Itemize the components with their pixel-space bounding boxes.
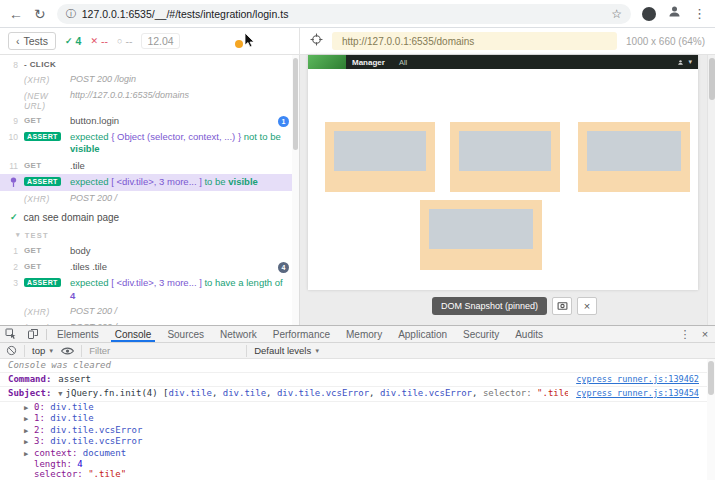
- console-filter-input[interactable]: [89, 345, 239, 356]
- app-header: Manager All ▾: [308, 55, 698, 69]
- tests-button[interactable]: ‹ Tests: [8, 32, 56, 50]
- address-bar[interactable]: ⓘ 127.0.0.1:6535/__/#/tests/integration/…: [57, 4, 631, 24]
- live-expression-eye-icon[interactable]: [61, 342, 74, 360]
- snapshot-close-button[interactable]: ×: [577, 297, 597, 315]
- tab-network[interactable]: Network: [212, 326, 265, 342]
- app-nav-tab[interactable]: All: [399, 58, 407, 67]
- tab-memory[interactable]: Memory: [338, 326, 390, 342]
- clear-console-icon[interactable]: [6, 342, 17, 360]
- aut-area: Manager All ▾ DOM Snapshot (pinned): [300, 55, 715, 325]
- command-row-get[interactable]: 2 GET .tiles .tile 4: [0, 259, 299, 275]
- event-label: (XHR): [24, 306, 70, 317]
- scrollbar-thumb[interactable]: [708, 361, 714, 395]
- object-property-row[interactable]: selector: ".tile": [0, 469, 715, 479]
- command-row-get[interactable]: 1 GET body: [0, 243, 299, 259]
- selector-playground-icon[interactable]: [310, 32, 323, 50]
- command-row-assert-pinned[interactable]: ASSERT expected [ <div.tile>, 3 more... …: [0, 174, 299, 191]
- command-number: [0, 306, 24, 307]
- devtools-close-icon[interactable]: ×: [695, 326, 715, 342]
- bookmark-star-icon[interactable]: ☆: [611, 7, 622, 21]
- source-link[interactable]: cypress_runner.js:139454: [568, 388, 699, 399]
- scrollbar-thumb[interactable]: [709, 58, 715, 100]
- tab-console[interactable]: Console: [107, 326, 160, 342]
- chevron-down-icon: ▼: [48, 348, 54, 354]
- tile[interactable]: [420, 200, 542, 270]
- extension-icon[interactable]: [642, 7, 656, 21]
- event-label: (XHR): [24, 74, 70, 85]
- browser-menu-icon[interactable]: ⋮: [693, 6, 706, 21]
- command-number: 1: [0, 245, 24, 256]
- expand-arrow-icon[interactable]: ▶: [24, 448, 34, 459]
- app-user-icon[interactable]: [677, 59, 684, 66]
- app-title: Manager: [352, 58, 385, 67]
- devtools-menu-icon[interactable]: ⋮: [675, 326, 695, 342]
- object-property-row[interactable]: ▶ 0: div.tile: [0, 402, 715, 413]
- app-caret-icon[interactable]: ▾: [688, 58, 692, 66]
- expand-arrow-icon[interactable]: ▶: [24, 413, 34, 424]
- tab-performance[interactable]: Performance: [265, 326, 338, 342]
- event-row-xhr[interactable]: (XHR) POST 200 /login: [0, 72, 299, 88]
- command-log-scrollbar[interactable]: [292, 55, 299, 325]
- command-row-assert[interactable]: 3 ASSERT expected [ <div.tile>, 3 more..…: [0, 275, 299, 304]
- event-text: POST 200 /: [70, 193, 289, 205]
- object-property-row[interactable]: length: 4: [0, 459, 715, 469]
- object-property-row[interactable]: ▶ context: document: [0, 448, 715, 459]
- command-subject: body: [70, 245, 289, 257]
- event-row-xhr[interactable]: (XHR) POST 200 /: [0, 191, 299, 207]
- source-link[interactable]: cypress_runner.js:139462: [568, 374, 699, 385]
- test-section-header[interactable]: ▾ TEST: [0, 227, 299, 243]
- page-info-icon[interactable]: ⓘ: [66, 7, 76, 21]
- command-method: - CLICK: [24, 59, 84, 69]
- frame-context-select[interactable]: top ▼: [32, 345, 54, 356]
- command-number: 2: [0, 261, 24, 272]
- event-row-new-url[interactable]: (NEW URL) http://127.0.0.1:6535/domains: [0, 88, 299, 113]
- devtools-tab-bar: Elements Console Sources Network Perform…: [0, 326, 715, 343]
- object-property-row[interactable]: ▶ 1: div.tile: [0, 413, 715, 424]
- aut-url-bar[interactable]: http://127.0.0.1:6535/domains: [332, 32, 617, 50]
- tab-security[interactable]: Security: [455, 326, 507, 342]
- log-levels-select[interactable]: Default levels ▼: [254, 345, 320, 356]
- command-subject: .tiles .tile: [70, 261, 278, 273]
- event-row-xhr[interactable]: (XHR) POST 200 /: [0, 304, 299, 320]
- collapse-arrow-icon[interactable]: ▼: [58, 388, 62, 400]
- tile-content: [334, 131, 426, 171]
- tab-audits[interactable]: Audits: [507, 326, 551, 342]
- expand-arrow-icon[interactable]: ▶: [24, 402, 34, 413]
- pending-count: ○ --: [117, 35, 132, 47]
- tab-elements[interactable]: Elements: [49, 326, 107, 342]
- runner-toolbar: ‹ Tests ✓ 4 ✕ -- ○ -- 12.04 http://127.0…: [0, 28, 715, 55]
- scrollbar-thumb[interactable]: [293, 58, 298, 150]
- back-icon[interactable]: ←: [9, 7, 23, 21]
- tile[interactable]: [325, 122, 435, 192]
- command-row-get[interactable]: 11 GET .tile: [0, 158, 299, 174]
- object-preview[interactable]: jQuery.fn.init(4) [div.tile, div.tile, d…: [66, 388, 569, 399]
- test-result[interactable]: ✓ can see domain page: [0, 207, 299, 227]
- page-scrollbar[interactable]: [707, 55, 715, 325]
- command-number: 8: [0, 59, 24, 70]
- pin-icon[interactable]: [0, 176, 24, 189]
- command-row-assert[interactable]: 10 ASSERT expected { Object (selector, c…: [0, 129, 299, 158]
- tab-application[interactable]: Application: [390, 326, 455, 342]
- inspect-element-icon[interactable]: [0, 326, 22, 342]
- pending-circle-icon: ○: [117, 36, 122, 46]
- console-messages: Console was cleared Command: assert cypr…: [0, 359, 715, 480]
- tile[interactable]: [578, 122, 690, 192]
- tab-sources[interactable]: Sources: [159, 326, 212, 342]
- test-title-text: can see domain page: [24, 212, 120, 223]
- console-scrollbar[interactable]: [707, 359, 715, 480]
- snapshot-toggle-button[interactable]: [552, 297, 572, 315]
- command-log: 8 - CLICK (XHR) POST 200 /login (NEW URL…: [0, 55, 300, 325]
- assert-badge: ASSERT: [24, 177, 61, 186]
- device-toolbar-icon[interactable]: [22, 326, 44, 342]
- profile-icon[interactable]: [667, 4, 682, 23]
- expand-arrow-icon[interactable]: ▶: [24, 425, 34, 436]
- mouse-cursor: [235, 33, 255, 48]
- reload-icon[interactable]: ↻: [34, 7, 46, 21]
- expand-arrow-icon[interactable]: ▶: [24, 436, 34, 447]
- divider: [81, 345, 82, 357]
- command-row-click[interactable]: 8 - CLICK: [0, 57, 299, 72]
- object-property-row[interactable]: ▶ 3: div.tile.vcsError: [0, 436, 715, 447]
- command-row-get[interactable]: 9 GET button.login 1: [0, 113, 299, 129]
- tile[interactable]: [450, 122, 560, 192]
- object-property-row[interactable]: ▶ 2: div.tile.vcsError: [0, 425, 715, 436]
